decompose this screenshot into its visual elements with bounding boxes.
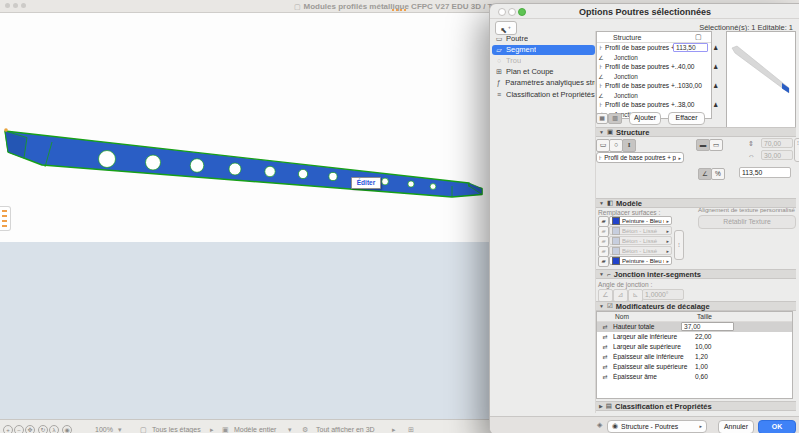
zoom-level[interactable]: 100% [95, 426, 113, 433]
3d-filter[interactable]: Tout afficher en 3D [316, 426, 375, 433]
chevron-right-icon: ▸ [666, 238, 669, 244]
junction-icon: ∠ [597, 54, 605, 61]
offset-modifiers-table: Nom Taille ⇄ Hauteur totale 37,00 ⇄ Larg… [596, 311, 793, 399]
beam-preview-drawing [727, 32, 795, 127]
beam-3d-model[interactable] [0, 0, 489, 419]
segment-icon: ▱ [495, 46, 503, 54]
selection-hotspot [4, 128, 8, 132]
shape-profile-button[interactable]: I [622, 139, 636, 152]
delete-segment-button[interactable]: Effacer [668, 112, 705, 125]
shape-rectangle-button[interactable]: ▭ [596, 139, 610, 152]
beam-options-dialog: Options Poutres sélectionnées ⬉＋ Sélecti… [489, 3, 799, 433]
modifier-icon: ⇄ [597, 353, 613, 360]
context-dropdown[interactable]: ◉ Structure - Poutres ▸ [607, 420, 707, 433]
grid-icon[interactable]: ⊞ [408, 426, 414, 433]
junction-icon: ∠ [597, 73, 605, 80]
chevron-down-icon[interactable]: ▾ [118, 426, 122, 433]
shape-circle-button[interactable]: ○ [609, 139, 623, 152]
list-item-profile-1[interactable]: ⊦ Profil de base poutres +... 113,50 [597, 43, 711, 53]
surface-select-top[interactable]: Peinture - Bleu royal ▸ [609, 216, 672, 225]
surface-select-side: Béton - Lissé ▸ [609, 246, 672, 255]
gear-icon[interactable]: ⚙ [302, 426, 308, 433]
segment-length-field[interactable]: 113,50 [739, 167, 791, 178]
disclosure-triangle-icon: ▶ [599, 403, 603, 409]
table-row[interactable]: ⇄ Épaisseur âme 0,60 [597, 372, 792, 382]
chain-link-icon[interactable]: ⁝ [794, 138, 799, 162]
add-segment-button[interactable]: Ajouter [629, 112, 661, 125]
modifier-icon: ⇄ [597, 333, 613, 340]
list-item-profile-4[interactable]: ⊦ Profil de base poutres +... 38,00 [597, 100, 711, 110]
solid-fill-toggle[interactable]: ▬ [696, 139, 710, 151]
width-dimension-icon: ⇔ [748, 152, 755, 159]
ok-button[interactable]: OK [758, 420, 796, 433]
modifiers-section-icon: ☑ [607, 302, 613, 310]
chevron-right-icon: ▸ [666, 228, 669, 234]
disclosure-triangle-icon: ▼ [599, 271, 604, 277]
sidebar-item-classification[interactable]: ≡ Classification et Propriétés [492, 89, 595, 100]
cancel-button[interactable]: Annuler [718, 420, 754, 433]
mini-palette[interactable] [0, 206, 11, 231]
table-row[interactable]: ⇄ Largeur aile inférieure 22,00 [597, 332, 792, 342]
disclosure-triangle-icon: ▼ [599, 200, 604, 206]
slope-percent-button[interactable]: % [711, 168, 725, 180]
sidebar-item-poutre[interactable]: ▭ Poutre [492, 34, 595, 45]
model-filter[interactable]: Modèle entier [234, 426, 276, 433]
modifier-icon: ⇄ [597, 323, 613, 330]
surface-select-bottom[interactable]: Peinture - Bleu royal ▸ [609, 256, 672, 265]
beam-icon: ▭ [495, 35, 503, 43]
sidebar-item-segment[interactable]: ▱ Segment [492, 45, 595, 56]
table-row[interactable]: ⇄ Largeur aile supérieure 10,00 [597, 342, 792, 352]
walk-icon[interactable]: λ [49, 425, 59, 433]
color-swatch [612, 227, 620, 235]
stretch-anchor-icon: ♟ [713, 44, 718, 51]
orbit-icon[interactable]: ↻ [38, 425, 48, 433]
modifier-value-input[interactable]: 37,00 [681, 322, 734, 331]
modifier-icon: ⇄ [597, 363, 613, 370]
surface-override-toggle[interactable]: ▰ [598, 256, 609, 267]
pen-set-icon[interactable]: ◈ [597, 421, 602, 429]
table-row[interactable]: ⇄ Épaisseur aile inférieure 1,20 [597, 352, 792, 362]
edit-single-segment-toggle[interactable]: ▦ [596, 113, 608, 124]
story-filter[interactable]: Tous les étages [152, 426, 201, 433]
segment-length-input[interactable]: 113,50 [673, 43, 708, 52]
chevron-right-icon[interactable]: ▸ [392, 426, 396, 433]
list-item-profile-2[interactable]: ⊦ Profil de base poutres +... 40,00 [597, 62, 711, 72]
sidebar-item-trou: ○ Trou [492, 56, 595, 67]
list-item-junction-3[interactable]: ∠ Jonction [597, 91, 711, 101]
beam-preview-pane[interactable] [726, 31, 796, 128]
color-swatch [612, 257, 620, 265]
chevron-right-icon: ▸ [699, 423, 702, 429]
list-item-junction-1[interactable]: ∠ Jonction [597, 53, 711, 63]
profile-row-icon: ⊦ [597, 101, 605, 108]
editer-tooltip[interactable]: Éditer [351, 177, 381, 189]
section-modificateurs[interactable]: ▼ ☑ Modificateurs de décalage [596, 301, 796, 311]
section-classification[interactable]: ▶ ▤ Classification et Propriétés [596, 401, 796, 411]
profile-row-icon: ⊦ [597, 44, 605, 51]
stretch-anchor-icon: ♟ [713, 82, 718, 89]
edit-all-segments-toggle[interactable]: ▥ [608, 113, 622, 124]
look-icon[interactable]: ◉ [62, 425, 72, 433]
chain-link-icon[interactable]: ⁝ [674, 230, 684, 260]
zoom-in-icon[interactable]: + [3, 425, 13, 433]
chevron-down-icon[interactable]: ▾ [288, 426, 292, 433]
modifier-icon: ⇄ [597, 343, 613, 350]
outline-fill-toggle[interactable]: ▭ [709, 139, 723, 151]
chevron-right-icon: ▸ [666, 258, 669, 264]
sidebar-item-parametres-analytiques[interactable]: ƒ Paramètres analytiques stru... [492, 78, 595, 89]
list-item-profile-3[interactable]: ⊦ Profil de base poutres +... 1030,00 [597, 81, 711, 91]
list-item-junction-2[interactable]: ∠ Jonction [597, 72, 711, 82]
slope-angle-button[interactable]: ∠ [698, 168, 712, 180]
model-section-icon: ◧ [607, 199, 613, 207]
pan-icon[interactable]: ✥ [25, 425, 35, 433]
table-row[interactable]: ⇄ Épaisseur aile supérieure 1,00 [597, 362, 792, 372]
table-row[interactable]: ⇄ Hauteur totale 37,00 [597, 322, 792, 332]
chevron-right-icon[interactable]: ▸ [210, 426, 214, 433]
section-structure[interactable]: ▼ ▣ Structure [596, 127, 796, 137]
modifier-icon: ⇄ [597, 373, 613, 380]
section-jonction[interactable]: ▼ ⌐ Jonction inter-segments [596, 269, 796, 279]
sidebar-item-plan-et-coupe[interactable]: ⊞ Plan et Coupe [492, 67, 595, 78]
zoom-out-icon[interactable]: − [14, 425, 24, 433]
profile-dropdown[interactable]: ⊦ Profil de base poutres + poteaux C... … [596, 152, 684, 163]
dialog-title: Options Poutres sélectionnées [490, 7, 799, 17]
favorites-button[interactable]: ⬉＋ [495, 21, 517, 35]
